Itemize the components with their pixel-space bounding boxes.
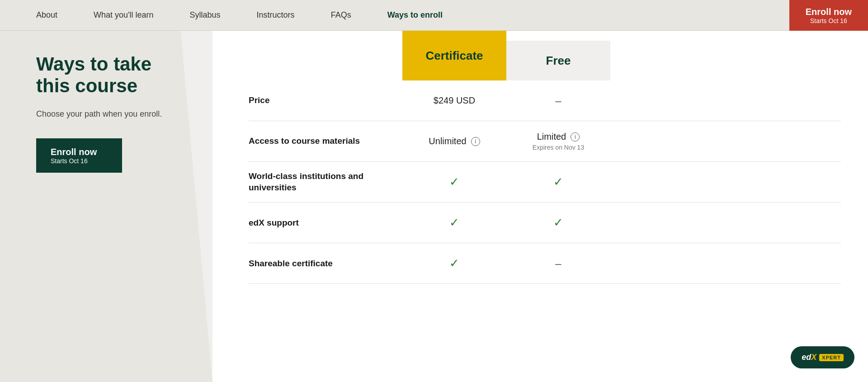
access-free-sub: Expires on Nov 13 — [533, 144, 584, 151]
certificate-column-label: Certificate — [425, 49, 483, 63]
right-panel: Certificate Free Price $249 USD – Access… — [212, 31, 868, 382]
nav-link-about[interactable]: About — [18, 0, 75, 31]
comparison-table: Price $249 USD – Access to course materi… — [249, 80, 841, 284]
support-free-value: ✓ — [506, 216, 610, 230]
free-column-label: Free — [546, 54, 571, 68]
access-free-value: Limited i Expires on Nov 13 — [506, 132, 610, 151]
nav-enroll-sublabel: Starts Oct 16 — [810, 17, 847, 25]
access-cert-inline: Unlimited i — [429, 136, 480, 146]
nav-link-what-youll-learn[interactable]: What you'll learn — [75, 0, 172, 31]
shareable-cert-check: ✓ — [449, 256, 459, 270]
page-title: Ways to take this course — [36, 53, 181, 97]
xpert-label-text: XPERT — [819, 354, 844, 361]
nav-link-ways-to-enroll[interactable]: Ways to enroll — [369, 0, 461, 31]
row-label-access: Access to course materials — [249, 136, 402, 147]
nav-links: About What you'll learn Syllabus Instruc… — [18, 0, 850, 31]
xpert-ed-text: edX — [802, 353, 816, 362]
access-cert-info-icon[interactable]: i — [471, 137, 480, 146]
left-enroll-sublabel: Starts Oct 16 — [51, 157, 88, 165]
nav-enroll-label: Enroll now — [806, 6, 852, 17]
table-row: edX support ✓ ✓ — [249, 203, 841, 243]
price-free-value: – — [506, 94, 610, 107]
price-cert-value: $249 USD — [402, 95, 506, 106]
institutions-cert-value: ✓ — [402, 175, 506, 189]
access-cert-value: Unlimited i — [402, 136, 506, 146]
nav-enroll-button[interactable]: Enroll now Starts Oct 16 — [789, 0, 868, 31]
left-panel-inner: Ways to take this course Choose your pat… — [36, 53, 181, 173]
left-enroll-label: Enroll now — [51, 146, 97, 157]
page-subtitle: Choose your path when you enroll. — [36, 108, 181, 120]
row-label-price: Price — [249, 95, 402, 106]
access-free-info-icon[interactable]: i — [571, 132, 580, 141]
price-free-dash: – — [555, 94, 561, 107]
xpert-x-text: X — [811, 353, 816, 362]
support-free-check: ✓ — [553, 216, 563, 230]
shareable-free-dash: – — [555, 257, 561, 270]
table-row: Access to course materials Unlimited i L… — [249, 121, 841, 162]
nav-link-faqs[interactable]: FAQs — [313, 0, 369, 31]
row-label-institutions: World-class institutions and universitie… — [249, 171, 402, 193]
nav-link-instructors[interactable]: Instructors — [239, 0, 313, 31]
access-free-inline: Limited i — [537, 132, 580, 142]
institutions-free-check: ✓ — [553, 175, 563, 189]
support-cert-value: ✓ — [402, 216, 506, 230]
free-column-header: Free — [506, 41, 610, 80]
support-cert-check: ✓ — [449, 216, 459, 230]
row-label-support: edX support — [249, 217, 402, 229]
institutions-cert-check: ✓ — [449, 175, 459, 189]
left-enroll-button[interactable]: Enroll now Starts Oct 16 — [36, 138, 122, 173]
left-panel: Ways to take this course Choose your pat… — [0, 31, 212, 382]
table-header: Certificate Free — [249, 31, 841, 80]
shareable-free-value: – — [506, 257, 610, 270]
nav-link-syllabus[interactable]: Syllabus — [172, 0, 239, 31]
table-row: World-class institutions and universitie… — [249, 162, 841, 203]
table-row: Price $249 USD – — [249, 80, 841, 121]
main-container: Ways to take this course Choose your pat… — [0, 31, 868, 382]
table-row: Shareable certificate ✓ – — [249, 243, 841, 284]
navigation-bar: About What you'll learn Syllabus Instruc… — [0, 0, 868, 31]
xpert-badge[interactable]: edX XPERT — [791, 346, 854, 368]
shareable-cert-value: ✓ — [402, 256, 506, 270]
certificate-column-header: Certificate — [402, 31, 506, 80]
institutions-free-value: ✓ — [506, 175, 610, 189]
row-label-shareable: Shareable certificate — [249, 258, 402, 269]
